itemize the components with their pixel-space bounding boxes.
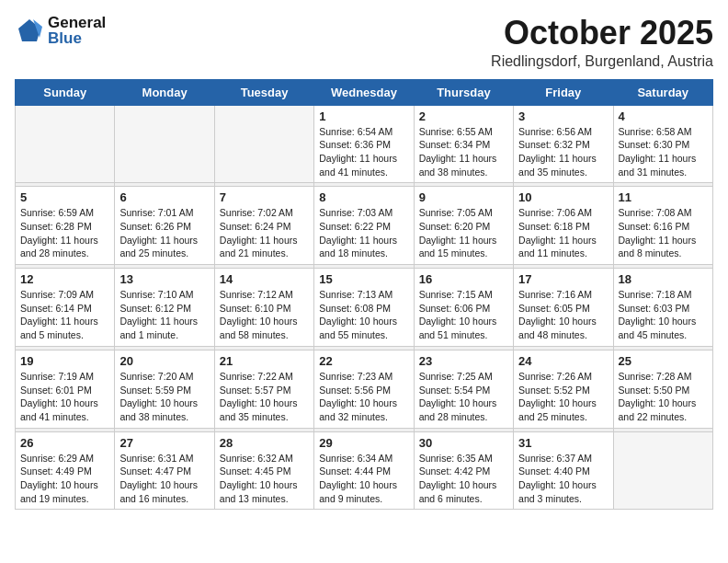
calendar-cell [214,105,313,183]
day-info: Sunrise: 6:55 AM Sunset: 6:34 PM Dayligh… [419,125,508,179]
calendar-cell: 12Sunrise: 7:09 AM Sunset: 6:14 PM Dayli… [16,269,115,347]
calendar-cell: 7Sunrise: 7:02 AM Sunset: 6:24 PM Daylig… [214,187,313,265]
day-info: Sunrise: 6:56 AM Sunset: 6:32 PM Dayligh… [518,125,608,179]
calendar-cell: 13Sunrise: 7:10 AM Sunset: 6:12 PM Dayli… [115,269,214,347]
day-number: 5 [20,190,109,204]
calendar-cell: 11Sunrise: 7:08 AM Sunset: 6:16 PM Dayli… [613,187,712,265]
logo-general: General [48,15,106,30]
calendar-cell: 25Sunrise: 7:28 AM Sunset: 5:50 PM Dayli… [613,350,712,428]
calendar-cell [613,431,712,510]
logo-text: General Blue [48,15,106,46]
calendar-week-row: 1Sunrise: 6:54 AM Sunset: 6:36 PM Daylig… [16,105,713,183]
calendar-cell: 1Sunrise: 6:54 AM Sunset: 6:36 PM Daylig… [314,105,414,183]
day-info: Sunrise: 6:58 AM Sunset: 6:30 PM Dayligh… [619,125,708,179]
day-info: Sunrise: 7:20 AM Sunset: 5:59 PM Dayligh… [119,370,209,424]
calendar-cell: 9Sunrise: 7:05 AM Sunset: 6:20 PM Daylig… [414,187,513,265]
day-info: Sunrise: 7:18 AM Sunset: 6:03 PM Dayligh… [619,288,708,342]
calendar-cell: 15Sunrise: 7:13 AM Sunset: 6:08 PM Dayli… [314,269,414,347]
day-number: 27 [119,436,209,450]
day-info: Sunrise: 6:29 AM Sunset: 4:49 PM Dayligh… [20,452,109,506]
calendar-cell: 20Sunrise: 7:20 AM Sunset: 5:59 PM Dayli… [115,350,214,428]
day-number: 28 [220,436,309,450]
weekday-header-row: SundayMondayTuesdayWednesdayThursdayFrid… [16,79,713,105]
weekday-header: Saturday [613,79,712,105]
calendar-cell: 28Sunrise: 6:32 AM Sunset: 4:45 PM Dayli… [214,431,313,510]
day-info: Sunrise: 7:23 AM Sunset: 5:56 PM Dayligh… [319,370,408,424]
calendar-cell: 30Sunrise: 6:35 AM Sunset: 4:42 PM Dayli… [414,431,513,510]
day-number: 1 [319,109,408,123]
month-title: October 2025 [491,15,713,52]
day-number: 30 [419,436,508,450]
day-info: Sunrise: 7:22 AM Sunset: 5:57 PM Dayligh… [220,370,309,424]
day-number: 29 [319,436,408,450]
day-number: 11 [619,190,708,204]
calendar-week-row: 26Sunrise: 6:29 AM Sunset: 4:49 PM Dayli… [16,431,713,510]
calendar-week-row: 19Sunrise: 7:19 AM Sunset: 6:01 PM Dayli… [16,350,713,428]
calendar-cell: 5Sunrise: 6:59 AM Sunset: 6:28 PM Daylig… [16,187,115,265]
calendar-cell: 19Sunrise: 7:19 AM Sunset: 6:01 PM Dayli… [16,350,115,428]
day-info: Sunrise: 6:34 AM Sunset: 4:44 PM Dayligh… [319,452,408,506]
calendar-cell: 31Sunrise: 6:37 AM Sunset: 4:40 PM Dayli… [514,431,613,510]
calendar-cell: 22Sunrise: 7:23 AM Sunset: 5:56 PM Dayli… [314,350,414,428]
calendar-cell [115,105,214,183]
day-info: Sunrise: 7:16 AM Sunset: 6:05 PM Dayligh… [518,288,608,342]
day-number: 8 [319,190,408,204]
calendar-cell [16,105,115,183]
day-info: Sunrise: 6:35 AM Sunset: 4:42 PM Dayligh… [419,452,508,506]
weekday-header: Wednesday [314,79,414,105]
day-info: Sunrise: 7:26 AM Sunset: 5:52 PM Dayligh… [518,370,608,424]
day-number: 7 [220,190,309,204]
day-info: Sunrise: 6:32 AM Sunset: 4:45 PM Dayligh… [220,452,309,506]
calendar-cell: 21Sunrise: 7:22 AM Sunset: 5:57 PM Dayli… [214,350,313,428]
logo: General Blue [15,15,106,46]
weekday-header: Sunday [16,79,115,105]
day-info: Sunrise: 7:09 AM Sunset: 6:14 PM Dayligh… [20,288,109,342]
day-info: Sunrise: 7:08 AM Sunset: 6:16 PM Dayligh… [619,206,708,260]
day-number: 15 [319,272,408,286]
calendar-cell: 6Sunrise: 7:01 AM Sunset: 6:26 PM Daylig… [115,187,214,265]
weekday-header: Monday [115,79,214,105]
day-info: Sunrise: 7:15 AM Sunset: 6:06 PM Dayligh… [419,288,508,342]
calendar-cell: 16Sunrise: 7:15 AM Sunset: 6:06 PM Dayli… [414,269,513,347]
day-info: Sunrise: 7:12 AM Sunset: 6:10 PM Dayligh… [220,288,309,342]
calendar-cell: 14Sunrise: 7:12 AM Sunset: 6:10 PM Dayli… [214,269,313,347]
day-number: 6 [119,190,209,204]
day-number: 2 [419,109,508,123]
day-number: 17 [518,272,608,286]
day-number: 10 [518,190,608,204]
day-number: 22 [319,354,408,368]
day-number: 26 [20,436,109,450]
day-number: 4 [619,109,708,123]
day-number: 25 [619,354,708,368]
calendar-cell: 23Sunrise: 7:25 AM Sunset: 5:54 PM Dayli… [414,350,513,428]
day-info: Sunrise: 7:02 AM Sunset: 6:24 PM Dayligh… [220,206,309,260]
day-number: 3 [518,109,608,123]
logo-blue: Blue [48,30,106,46]
location-title: Riedlingsdorf, Burgenland, Austria [491,53,713,70]
day-number: 14 [220,272,309,286]
calendar-cell: 24Sunrise: 7:26 AM Sunset: 5:52 PM Dayli… [514,350,613,428]
day-number: 21 [220,354,309,368]
day-number: 31 [518,436,608,450]
day-number: 12 [20,272,109,286]
day-info: Sunrise: 7:01 AM Sunset: 6:26 PM Dayligh… [119,206,209,260]
day-info: Sunrise: 7:06 AM Sunset: 6:18 PM Dayligh… [518,206,608,260]
day-info: Sunrise: 7:25 AM Sunset: 5:54 PM Dayligh… [419,370,508,424]
day-number: 16 [419,272,508,286]
day-number: 9 [419,190,508,204]
day-number: 18 [619,272,708,286]
calendar-cell: 2Sunrise: 6:55 AM Sunset: 6:34 PM Daylig… [414,105,513,183]
day-number: 13 [119,272,209,286]
page-header: General Blue October 2025 Riedlingsdorf,… [15,15,713,70]
calendar-cell: 26Sunrise: 6:29 AM Sunset: 4:49 PM Dayli… [16,431,115,510]
day-info: Sunrise: 7:19 AM Sunset: 6:01 PM Dayligh… [20,370,109,424]
day-info: Sunrise: 7:03 AM Sunset: 6:22 PM Dayligh… [319,206,408,260]
calendar-cell: 29Sunrise: 6:34 AM Sunset: 4:44 PM Dayli… [314,431,414,510]
day-info: Sunrise: 6:54 AM Sunset: 6:36 PM Dayligh… [319,125,408,179]
calendar-week-row: 12Sunrise: 7:09 AM Sunset: 6:14 PM Dayli… [16,269,713,347]
day-number: 20 [119,354,209,368]
day-number: 19 [20,354,109,368]
calendar-cell: 10Sunrise: 7:06 AM Sunset: 6:18 PM Dayli… [514,187,613,265]
day-info: Sunrise: 6:37 AM Sunset: 4:40 PM Dayligh… [518,452,608,506]
title-block: October 2025 Riedlingsdorf, Burgenland, … [491,15,713,70]
